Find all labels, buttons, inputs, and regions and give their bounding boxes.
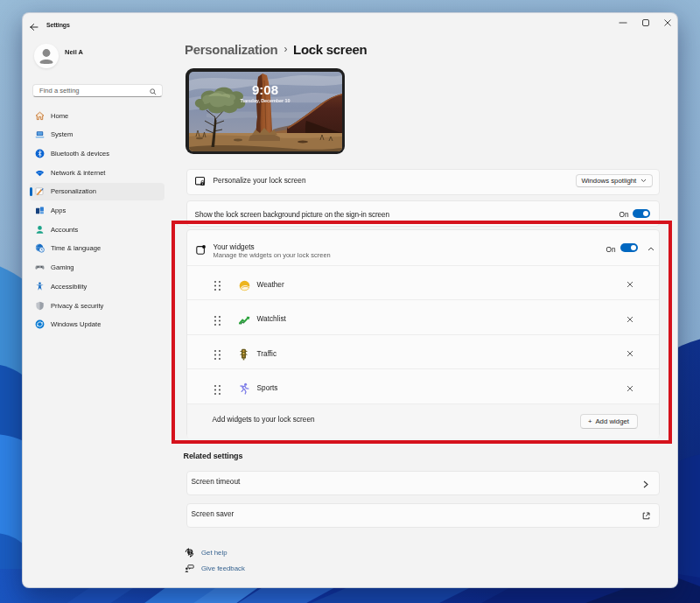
svg-text:Tuesday, December 10: Tuesday, December 10: [240, 98, 290, 103]
svg-text:9:08: 9:08: [251, 82, 277, 97]
